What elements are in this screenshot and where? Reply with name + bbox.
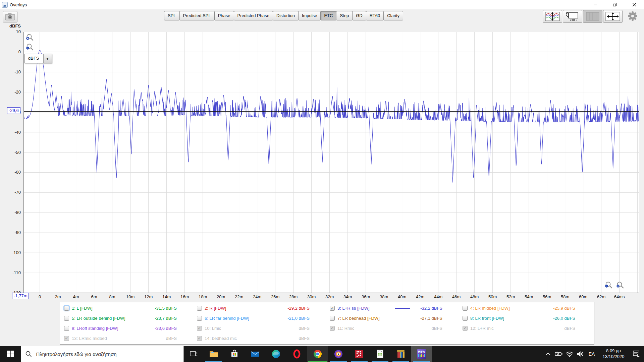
taskbar-app-spreadsheet[interactable] xyxy=(370,346,390,362)
legend-item-9[interactable]: 9: LRoff standing [FDW]-33,6 dBFS xyxy=(61,323,194,334)
taskbar-app-rew[interactable]: REW xyxy=(411,346,432,362)
taskbar-app-microsoft-store[interactable] xyxy=(224,346,245,362)
y-tick-label: -90 xyxy=(0,230,21,235)
legend-item-13[interactable]: ✓13: LRmic midbeddBFS xyxy=(61,333,194,343)
settings-gear-button[interactable] xyxy=(623,10,642,22)
close-button[interactable] xyxy=(625,0,644,9)
tab-clarity[interactable]: Clarity xyxy=(383,11,403,20)
restore-button[interactable] xyxy=(605,0,625,9)
legend-value: -26,0 dBFS xyxy=(553,316,575,321)
legend-checkbox-2[interactable] xyxy=(197,306,202,311)
clock[interactable]: 8:09 μμ 13/10/2020 xyxy=(598,348,629,360)
grid-panel-button-disabled[interactable] xyxy=(583,10,602,23)
search-input[interactable] xyxy=(35,351,183,357)
tab-step[interactable]: Step xyxy=(336,11,353,20)
tray-time: 8:09 μμ xyxy=(598,348,629,354)
legend-item-6[interactable]: 6: LR far behind [FDW]-21,0 dBFS xyxy=(194,313,327,323)
legend-value: dBFS xyxy=(564,326,575,331)
legend-item-3[interactable]: ✓3: L+R ss [FDW]-32,2 dBFS xyxy=(327,303,460,313)
y-tick-label: -110 xyxy=(0,270,21,275)
tab-etc[interactable]: ETC xyxy=(320,11,336,20)
action-center-icon[interactable] xyxy=(629,346,643,362)
etc-plot-area[interactable]: dBFS ▼ xyxy=(23,32,639,293)
legend-checkbox-4[interactable] xyxy=(463,306,468,311)
legend-checkbox-10[interactable]: ✓ xyxy=(197,326,202,331)
legend-label: 9: LRoff standing [FDW] xyxy=(72,326,118,331)
window-title: Overlays xyxy=(10,2,27,7)
legend-value: dBFS xyxy=(431,326,442,331)
battery-icon[interactable] xyxy=(553,346,564,362)
taskbar-search-box[interactable] xyxy=(21,346,184,362)
tab-spl[interactable]: SPL xyxy=(164,11,180,20)
language-indicator[interactable]: ΕΛ xyxy=(586,351,598,357)
legend-checkbox-13[interactable]: ✓ xyxy=(64,336,69,341)
legend-item-10[interactable]: ✓10: LmicdBFS xyxy=(194,323,327,334)
tab-impulse[interactable]: Impulse xyxy=(298,11,321,20)
legend-checkbox-8[interactable] xyxy=(463,316,468,321)
overlay-traces-button[interactable] xyxy=(543,10,562,23)
legend-item-7[interactable]: 7: LR bedhead [FDW]-27,1 dBFS xyxy=(327,313,460,323)
legend-item-8[interactable]: 8: LR front [FDW]-26,0 dBFS xyxy=(460,313,593,323)
legend-item-11[interactable]: ✓11: RmicdBFS xyxy=(327,323,460,334)
volume-icon[interactable] xyxy=(575,346,586,362)
x-tick-label: 12m xyxy=(141,294,157,299)
taskbar-app-opera[interactable] xyxy=(286,346,307,362)
taskbar-app-mail[interactable] xyxy=(245,346,266,362)
tray-chevron-up-icon[interactable] xyxy=(543,346,553,362)
x-tick-label: 8m xyxy=(104,294,120,299)
tray-date: 13/10/2020 xyxy=(598,354,629,360)
chevron-down-icon[interactable]: ▼ xyxy=(43,54,52,63)
tab-predicted-spl[interactable]: Predicted SPL xyxy=(179,11,215,20)
legend-checkbox-6[interactable] xyxy=(197,316,202,321)
wifi-icon[interactable] xyxy=(564,346,575,362)
legend-item-5[interactable]: 5: LR outside behind [FDW]-23,7 dBFS xyxy=(61,313,194,323)
x-tick-label: 50m xyxy=(485,294,501,299)
legend-item-4[interactable]: 4: LR midbed [FDW]-25,9 dBFS xyxy=(460,303,593,313)
pan-zoom-button[interactable] xyxy=(603,10,623,23)
taskbar-app-remote-desktop[interactable] xyxy=(349,346,370,362)
taskbar-app-edge[interactable] xyxy=(266,346,286,362)
legend-item-2[interactable]: 2: R [FDW]-29,2 dBFS xyxy=(194,303,327,313)
x-tick-label: 52m xyxy=(503,294,519,299)
y-zoom-in-icon[interactable] xyxy=(25,33,34,43)
task-view-button[interactable] xyxy=(184,346,203,362)
minimize-button[interactable] xyxy=(586,0,605,9)
legend-label: 6: LR far behind [FDW] xyxy=(205,316,249,321)
legend-checkbox-9[interactable] xyxy=(64,326,69,331)
x-tick-label: 16m xyxy=(177,294,193,299)
x-tick-label: 48m xyxy=(467,294,483,299)
legend-item-14[interactable]: ✓14: bedhead micdBFS xyxy=(194,333,327,343)
y-zoom-out-icon[interactable] xyxy=(25,43,34,53)
x-zoom-in-icon[interactable] xyxy=(616,281,625,291)
window-layout-button[interactable] xyxy=(563,10,582,23)
legend-checkbox-1[interactable] xyxy=(64,306,69,311)
legend-item-12[interactable]: ✓12: L+R micdBFS xyxy=(460,323,593,334)
legend-checkbox-3[interactable]: ✓ xyxy=(330,306,335,311)
taskbar-app-chrome[interactable] xyxy=(307,346,328,362)
start-button[interactable] xyxy=(0,346,21,362)
tab-gd[interactable]: GD xyxy=(352,11,366,20)
x-tick-label: 60m xyxy=(575,294,591,299)
x-tick-label: 30m xyxy=(304,294,320,299)
legend-checkbox-12[interactable]: ✓ xyxy=(463,326,468,331)
tab-predicted-phase[interactable]: Predicted Phase xyxy=(234,11,273,20)
system-tray: ΕΛ 8:09 μμ 13/10/2020 xyxy=(543,346,644,362)
legend-checkbox-7[interactable] xyxy=(330,316,335,321)
legend-checkbox-11[interactable]: ✓ xyxy=(330,326,335,331)
taskbar-app-winrar[interactable] xyxy=(390,346,411,362)
legend-label: 4: LR midbed [FDW] xyxy=(470,306,510,311)
taskbar-app-file-explorer[interactable] xyxy=(203,346,224,362)
x-zoom-out-icon[interactable] xyxy=(604,281,613,291)
y-unit-selector[interactable]: dBFS ▼ xyxy=(24,54,52,63)
legend-item-1[interactable]: 1: L [FDW]-31,5 dBFS xyxy=(61,303,194,313)
title-bar[interactable]: Overlays xyxy=(0,0,644,9)
capture-graph-image-button[interactable] xyxy=(3,11,17,22)
taskbar-app-secure-browser[interactable] xyxy=(328,346,349,362)
tab-rt60[interactable]: RT60 xyxy=(366,11,384,20)
tab-distortion[interactable]: Distortion xyxy=(273,11,299,20)
y-tick-label: -10 xyxy=(0,69,21,74)
legend-checkbox-14[interactable]: ✓ xyxy=(197,336,202,341)
legend-checkbox-5[interactable] xyxy=(64,316,69,321)
tab-phase[interactable]: Phase xyxy=(214,11,234,20)
x-tick-label: 36m xyxy=(358,294,374,299)
